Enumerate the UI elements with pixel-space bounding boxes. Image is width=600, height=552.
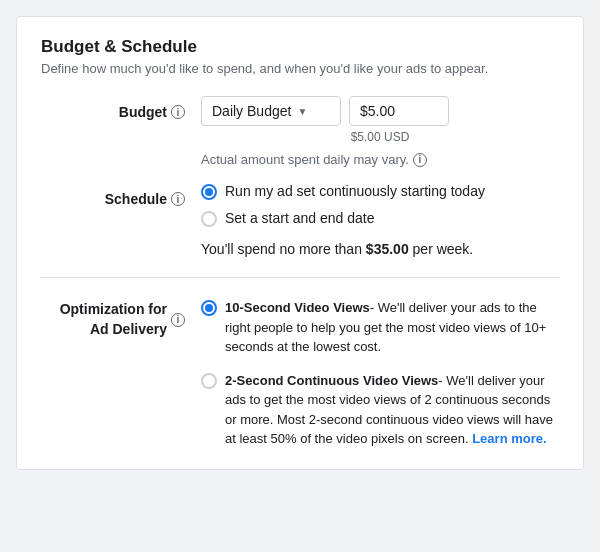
budget-content: Daily Budget ▼ $5.00 USD Actual amount s… (201, 96, 559, 167)
opt-option-2-text: 2-Second Continuous Video Views- We'll d… (225, 371, 559, 449)
schedule-label: Schedule i (41, 183, 201, 207)
budget-row: Budget i Daily Budget ▼ $5.00 USD Actual… (41, 96, 559, 167)
actual-amount-note: Actual amount spent daily may vary. i (201, 152, 559, 167)
budget-label: Budget i (41, 96, 201, 120)
budget-controls: Daily Budget ▼ (201, 96, 559, 126)
section-title: Budget & Schedule (41, 37, 559, 57)
learn-more-link[interactable]: Learn more. (472, 431, 546, 446)
budget-usd-label: $5.00 USD (201, 130, 559, 144)
opt-option-1-title: 10-Second Video Views (225, 300, 370, 315)
actual-amount-info-icon[interactable]: i (413, 153, 427, 167)
chevron-down-icon: ▼ (297, 106, 307, 117)
section-divider (41, 277, 559, 278)
weekly-spend-notice: You'll spend no more than $35.00 per wee… (201, 241, 559, 257)
budget-type-select[interactable]: Daily Budget ▼ (201, 96, 341, 126)
optimization-row: Optimization for Ad Delivery i 10-Second… (41, 298, 559, 449)
opt-option-2sec[interactable]: 2-Second Continuous Video Views- We'll d… (201, 371, 559, 449)
schedule-radio-group: Run my ad set continuously starting toda… (201, 183, 559, 227)
schedule-row: Schedule i Run my ad set continuously st… (41, 183, 559, 257)
section-header: Budget & Schedule Define how much you'd … (41, 37, 559, 76)
opt-radio-2[interactable] (201, 373, 217, 389)
optimization-label: Optimization for Ad Delivery i (41, 298, 201, 339)
opt-option-1-text: 10-Second Video Views- We'll deliver you… (225, 298, 559, 357)
schedule-option-2-label: Set a start and end date (225, 210, 374, 226)
section-subtitle: Define how much you'd like to spend, and… (41, 61, 559, 76)
budget-select-value: Daily Budget (212, 103, 291, 119)
budget-info-icon[interactable]: i (171, 105, 185, 119)
weekly-amount: $35.00 (366, 241, 409, 257)
schedule-radio-2[interactable] (201, 211, 217, 227)
optimization-info-icon[interactable]: i (171, 313, 185, 327)
opt-option-2-title: 2-Second Continuous Video Views (225, 373, 438, 388)
schedule-content: Run my ad set continuously starting toda… (201, 183, 559, 257)
schedule-option-continuous[interactable]: Run my ad set continuously starting toda… (201, 183, 559, 200)
budget-amount-input[interactable] (349, 96, 449, 126)
schedule-radio-1[interactable] (201, 184, 217, 200)
schedule-option-dates[interactable]: Set a start and end date (201, 210, 559, 227)
budget-schedule-card: Budget & Schedule Define how much you'd … (16, 16, 584, 470)
schedule-info-icon[interactable]: i (171, 192, 185, 206)
optimization-radio-group: 10-Second Video Views- We'll deliver you… (201, 298, 559, 449)
opt-option-10sec[interactable]: 10-Second Video Views- We'll deliver you… (201, 298, 559, 357)
schedule-option-1-label: Run my ad set continuously starting toda… (225, 183, 485, 199)
opt-radio-1[interactable] (201, 300, 217, 316)
